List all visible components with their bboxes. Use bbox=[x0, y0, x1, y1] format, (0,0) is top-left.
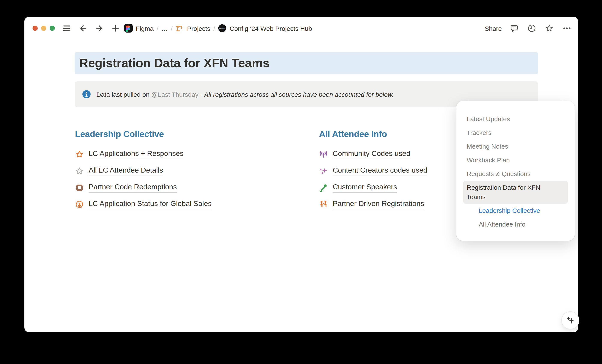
star-icon bbox=[545, 23, 554, 33]
page-link-label: Content Creators codes used bbox=[333, 166, 427, 176]
page-link-label: Partner Driven Registrations bbox=[333, 200, 424, 209]
breadcrumb: Figma / … / Projects / bbox=[124, 24, 312, 32]
crane-icon bbox=[176, 24, 184, 32]
favorite-button[interactable] bbox=[544, 23, 554, 33]
page-link-all-lc-attendee-details[interactable]: All LC Attendee Details bbox=[75, 163, 212, 179]
toc-item-active-registration-data[interactable]: Registration Data for XFN Teams bbox=[463, 181, 568, 204]
new-tab-button[interactable] bbox=[110, 23, 121, 33]
nav-buttons bbox=[62, 23, 121, 33]
window-controls bbox=[32, 26, 55, 31]
page-link-partner-driven-registrations[interactable]: Partner Driven Registrations bbox=[319, 196, 427, 213]
page-link-partner-code-redemptions[interactable]: Partner Code Redemptions bbox=[75, 179, 212, 196]
back-button[interactable] bbox=[78, 23, 88, 33]
minimize-window-button[interactable] bbox=[41, 26, 46, 31]
window-toolbar: Figma / … / Projects / bbox=[24, 17, 578, 40]
page-link-lc-application-status[interactable]: LC Application Status for Global Sales bbox=[75, 196, 212, 213]
breadcrumb-separator: / bbox=[171, 25, 172, 32]
content-divider-line bbox=[437, 108, 437, 209]
toc-item-trackers[interactable]: Trackers bbox=[463, 126, 568, 139]
section-heading: All Attendee Info bbox=[319, 129, 427, 139]
zoom-window-button[interactable] bbox=[50, 26, 55, 31]
comments-button[interactable] bbox=[509, 23, 519, 33]
sparkles-icon bbox=[319, 167, 328, 176]
breadcrumb-item-current-page[interactable]: Config ‘24 Web Projects Hub bbox=[230, 25, 312, 32]
people-icon bbox=[319, 200, 328, 209]
breadcrumb-ellipsis[interactable]: … bbox=[161, 25, 168, 32]
column-leadership-collective: Leadership Collective LC Applications + … bbox=[75, 129, 212, 213]
toc-item-latest-updates[interactable]: Latest Updates bbox=[463, 112, 568, 126]
toc-subitem-leadership-collective[interactable]: Leadership Collective bbox=[463, 204, 568, 217]
star-orange-icon bbox=[75, 150, 84, 159]
breadcrumb-item-projects[interactable]: Projects bbox=[187, 25, 210, 32]
app-window: Figma / … / Projects / bbox=[24, 17, 578, 332]
clock-icon bbox=[527, 23, 537, 33]
page-link-label: Community Codes used bbox=[333, 150, 410, 159]
more-options-button[interactable] bbox=[562, 23, 572, 33]
sidebar-menu-button[interactable] bbox=[62, 23, 72, 33]
table-of-contents-panel: Latest Updates Trackers Meeting Notes Wo… bbox=[456, 101, 575, 241]
ellipsis-icon bbox=[562, 23, 572, 33]
frame-brown-icon bbox=[75, 183, 84, 192]
breadcrumb-separator: / bbox=[213, 25, 215, 32]
date-mention[interactable]: @Last Thursday bbox=[151, 91, 198, 98]
history-button[interactable] bbox=[527, 23, 537, 33]
toc-item-workback-plan[interactable]: Workback Plan bbox=[463, 153, 568, 167]
page-link-label: Customer Speakers bbox=[333, 183, 397, 193]
page-link-label: LC Applications + Responses bbox=[89, 150, 183, 159]
info-icon bbox=[82, 89, 91, 99]
star-gray-icon bbox=[75, 167, 84, 176]
share-button[interactable]: Share bbox=[485, 25, 502, 32]
page-link-content-creators-codes[interactable]: Content Creators codes used bbox=[319, 163, 427, 179]
broadcast-icon bbox=[319, 150, 328, 159]
close-window-button[interactable] bbox=[32, 26, 38, 31]
page-link-customer-speakers[interactable]: Customer Speakers bbox=[319, 179, 427, 196]
sparkles-ai-icon bbox=[565, 315, 576, 326]
comment-icon bbox=[509, 23, 519, 33]
page-link-label: All LC Attendee Details bbox=[89, 166, 163, 176]
page-link-label: LC Application Status for Global Sales bbox=[89, 200, 212, 209]
page-link-label: Partner Code Redemptions bbox=[89, 183, 177, 193]
forward-button[interactable] bbox=[94, 23, 105, 33]
config-page-icon: CONFIG bbox=[218, 24, 227, 32]
toc-subitem-all-attendee-info[interactable]: All Attendee Info bbox=[463, 217, 568, 231]
page-link-community-codes[interactable]: Community Codes used bbox=[319, 146, 427, 163]
toc-item-requests-questions[interactable]: Requests & Questions bbox=[463, 167, 568, 181]
ai-assistant-button[interactable] bbox=[561, 311, 579, 329]
breadcrumb-item-figma[interactable]: Figma bbox=[136, 25, 153, 32]
forward-arrow-icon bbox=[95, 23, 104, 33]
section-heading: Leadership Collective bbox=[75, 129, 212, 139]
back-arrow-icon bbox=[78, 23, 88, 33]
plus-icon bbox=[111, 23, 120, 33]
page-link-lc-applications[interactable]: LC Applications + Responses bbox=[75, 146, 212, 163]
toc-item-meeting-notes[interactable]: Meeting Notes bbox=[463, 139, 568, 153]
toolbar-actions: Share bbox=[485, 23, 572, 33]
svg-text:CONFIG: CONFIG bbox=[219, 28, 226, 29]
callout-text: Data last pulled on @Last Thursday - All… bbox=[96, 91, 394, 98]
breadcrumb-separator: / bbox=[157, 25, 158, 32]
status-dotted-circle-icon bbox=[75, 200, 84, 209]
page-title: Registration Data for XFN Teams bbox=[79, 56, 269, 70]
column-all-attendee-info: All Attendee Info bbox=[319, 129, 427, 213]
page-title-highlight: Registration Data for XFN Teams bbox=[75, 52, 538, 74]
figma-app-icon bbox=[124, 24, 133, 32]
hamburger-icon bbox=[62, 23, 72, 33]
desktop-background: Figma / … / Projects / bbox=[0, 0, 602, 364]
microphone-icon bbox=[319, 183, 328, 192]
